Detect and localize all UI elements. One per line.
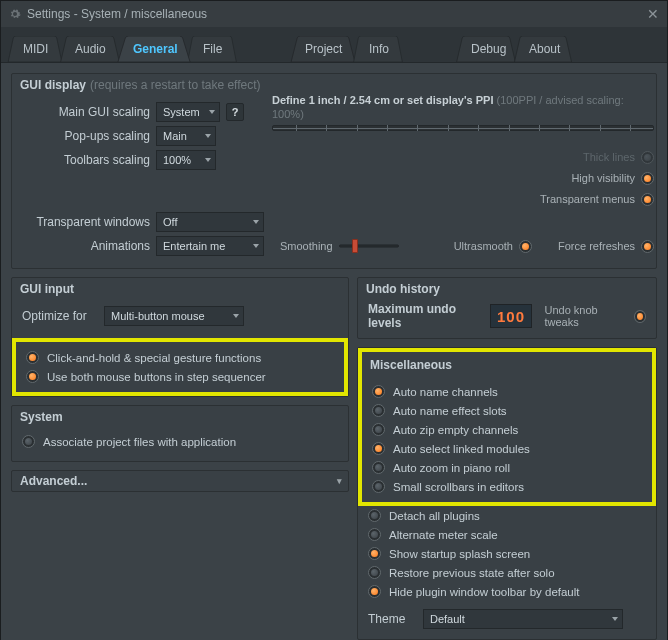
panel-title: Miscellaneous [370,358,452,372]
radio-icon [372,442,385,455]
opt-high-visibility[interactable]: High visibility [571,169,654,187]
tab-info[interactable]: Info [349,36,407,62]
select-optimize-for[interactable]: Multi-button mouse [104,306,244,326]
misc-extra-4[interactable]: Hide plugin window toolbar by default [368,582,646,601]
misc-item-5[interactable]: Small scrollbars in editors [372,477,642,496]
label-transparent-windows: Transparent windows [22,215,150,229]
radio-icon [519,240,532,253]
radio-icon [26,370,39,383]
radio-icon [634,310,646,323]
label-animations: Animations [22,239,150,253]
select-theme[interactable]: Default [423,609,623,629]
misc-item-2[interactable]: Auto zip empty channels [372,420,642,439]
smoothing-slider[interactable] [339,239,399,253]
label-max-undo: Maximum undo levels [368,302,484,330]
highlight-gui-input: Click-and-hold & special gesture functio… [12,338,348,396]
radio-icon [372,423,385,436]
misc-item-1[interactable]: Auto name effect slots [372,401,642,420]
panel-system: System Associate project files with appl… [11,405,349,462]
label-toolbars-scaling: Toolbars scaling [22,153,150,167]
ppi-label: Define 1 inch / 2.54 cm or set display's… [272,94,624,120]
panel-undo: Undo history Maximum undo levels 100 Und… [357,277,657,339]
panel-misc: Miscellaneous Auto name channelsAuto nam… [357,347,657,640]
chk-both-mouse-buttons[interactable]: Use both mouse buttons in step sequencer [26,367,334,386]
label-optimize-for: Optimize for [22,309,98,323]
panel-title: GUI input [20,282,74,296]
ppi-slider[interactable] [272,125,654,131]
tab-general[interactable]: General [113,36,195,62]
help-button[interactable]: ? [226,103,244,121]
panel-gui-display: GUI display (requires a restart to take … [11,73,657,269]
misc-item-3[interactable]: Auto select linked modules [372,439,642,458]
misc-extra-1[interactable]: Alternate meter scale [368,525,646,544]
highlight-misc: Miscellaneous Auto name channelsAuto nam… [358,348,656,506]
opt-undo-knob-tweaks[interactable]: Undo knob tweaks [544,307,646,325]
chk-click-hold[interactable]: Click-and-hold & special gesture functio… [26,348,334,367]
misc-item-0[interactable]: Auto name channels [372,382,642,401]
radio-icon [368,585,381,598]
panel-hint: (requires a restart to take effect) [90,78,261,92]
radio-icon [372,461,385,474]
opt-force-refreshes[interactable]: Force refreshes [558,237,654,255]
radio-icon [372,480,385,493]
radio-icon [368,509,381,522]
radio-icon [641,172,654,185]
select-animations[interactable]: Entertain me [156,236,264,256]
panel-title: Undo history [366,282,440,296]
panel-title: GUI display [20,78,86,92]
select-toolbars-scaling[interactable]: 100% [156,150,216,170]
titlebar: Settings - System / miscellaneous ✕ [1,1,667,27]
opt-transparent-menus[interactable]: Transparent menus [540,190,654,208]
label-popups-scaling: Pop-ups scaling [22,129,150,143]
radio-icon [641,240,654,253]
radio-icon [368,566,381,579]
label-theme: Theme [368,612,413,626]
radio-icon [368,547,381,560]
opt-thick-lines[interactable]: Thick lines [583,148,654,166]
misc-extra-3[interactable]: Restore previous state after solo [368,563,646,582]
settings-window: Settings - System / miscellaneous ✕ MIDI… [0,0,668,640]
panel-gui-input: GUI input Optimize for Multi-button mous… [11,277,349,397]
panel-title: System [20,410,63,424]
gear-icon [9,8,21,20]
select-transparent-windows[interactable]: Off [156,212,264,232]
chevron-down-icon: ▾ [337,476,342,486]
input-max-undo[interactable]: 100 [490,304,533,328]
select-popups-scaling[interactable]: Main [156,126,216,146]
radio-icon [372,404,385,417]
radio-icon [641,193,654,206]
radio-icon [26,351,39,364]
misc-extra-0[interactable]: Detach all plugins [368,506,646,525]
radio-icon [22,435,35,448]
misc-item-4[interactable]: Auto zoom in piano roll [372,458,642,477]
tab-about[interactable]: About [509,36,577,62]
label-main-scaling: Main GUI scaling [22,105,150,119]
opt-ultrasmooth[interactable]: Ultrasmooth [454,237,532,255]
tabbar: MIDI Audio General File Project Info Deb… [1,27,667,63]
advanced-toggle[interactable]: Advanced... ▾ [11,470,349,492]
radio-icon [372,385,385,398]
close-icon[interactable]: ✕ [647,6,659,22]
radio-icon [641,151,654,164]
radio-icon [368,528,381,541]
misc-extra-2[interactable]: Show startup splash screen [368,544,646,563]
content: GUI display (requires a restart to take … [1,63,667,640]
window-title: Settings - System / miscellaneous [27,7,207,21]
chk-associate-files[interactable]: Associate project files with application [22,432,338,451]
label-smoothing: Smoothing [280,240,333,252]
select-main-scaling[interactable]: System [156,102,220,122]
